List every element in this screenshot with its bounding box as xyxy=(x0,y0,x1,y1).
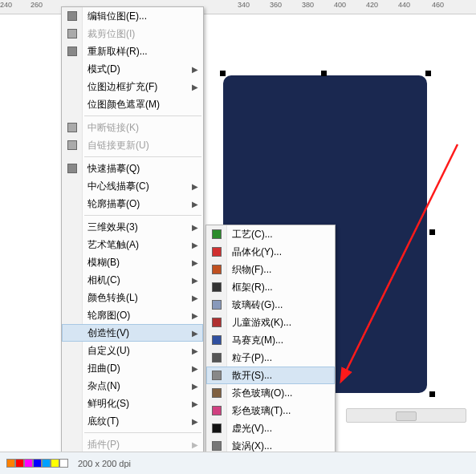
color-swatch[interactable] xyxy=(15,459,24,468)
menu-item-resample[interactable]: 重新取样(R)... xyxy=(62,43,203,60)
menu-item-label: 编辑位图(E)... xyxy=(87,10,147,23)
stained-icon xyxy=(210,404,223,417)
menu-item-label: 扭曲(D) xyxy=(87,362,120,375)
menu-item-stained[interactable]: 彩色玻璃(T)... xyxy=(206,402,335,419)
menu-item-smoke-glass[interactable]: 茶色玻璃(O)... xyxy=(206,384,335,402)
menu-item-位图边框扩充(F)[interactable]: 位图边框扩充(F)▶ xyxy=(62,78,203,95)
submenu-arrow-icon: ▶ xyxy=(192,382,198,391)
selection-handle[interactable] xyxy=(220,71,226,76)
menu-item-crystal[interactable]: 晶体化(Y)... xyxy=(206,243,335,261)
smoke-glass-icon xyxy=(210,387,223,399)
menu-item-glass-block[interactable]: 玻璃砖(G)... xyxy=(206,296,335,314)
scatter-icon xyxy=(210,369,223,382)
menu-item-插件(P): 插件(P)▶ xyxy=(62,436,203,453)
menu-item-相机(C)[interactable]: 相机(C)▶ xyxy=(62,271,203,289)
menu-item-label: 中断链接(K) xyxy=(87,121,139,135)
color-palette[interactable] xyxy=(6,459,68,468)
menu-item-label: 艺术笔触(A) xyxy=(87,238,139,252)
menu-item-创造性(V)[interactable]: 创造性(V)▶ xyxy=(62,324,203,342)
menu-item-label: 创造性(V) xyxy=(87,326,129,340)
menu-item-quick-trace[interactable]: 快速描摹(Q) xyxy=(62,160,203,177)
menu-item-label: 鲜明化(S) xyxy=(87,397,129,411)
menu-item-自定义(U)[interactable]: 自定义(U)▶ xyxy=(62,342,203,359)
submenu-arrow-icon: ▶ xyxy=(192,223,198,232)
menu-item-update-link: 自链接更新(U) xyxy=(62,136,203,154)
ruler-mark: 460 xyxy=(432,1,444,9)
vortex-icon xyxy=(210,440,223,452)
selection-handle[interactable] xyxy=(321,71,327,76)
menu-item-kids[interactable]: 儿童游戏(K)... xyxy=(206,314,335,331)
menu-item-label: 工艺(C)... xyxy=(232,228,273,241)
menu-item-craft[interactable]: 工艺(C)... xyxy=(206,225,335,243)
menu-separator xyxy=(84,215,201,216)
menu-item-vignette[interactable]: 虚光(V)... xyxy=(206,419,335,437)
color-swatch[interactable] xyxy=(51,459,59,468)
menu-item-鲜明化(S)[interactable]: 鲜明化(S)▶ xyxy=(62,395,203,412)
menu-item-三维效果(3)[interactable]: 三维效果(3)▶ xyxy=(62,218,203,236)
menu-separator xyxy=(84,156,201,157)
horizontal-scrollbar[interactable] xyxy=(346,408,466,423)
menu-item-艺术笔触(A)[interactable]: 艺术笔触(A)▶ xyxy=(62,236,203,253)
menu-item-label: 框架(R)... xyxy=(232,281,273,294)
menu-item-crop-bitmap: 裁剪位图(I) xyxy=(62,25,203,43)
menu-item-scatter[interactable]: 散开(S)... xyxy=(206,367,335,384)
submenu-arrow-icon: ▶ xyxy=(192,182,198,191)
ruler-mark: 260 xyxy=(31,1,43,9)
menu-item-break-link: 中断链接(K) xyxy=(62,119,203,136)
ruler-mark: 400 xyxy=(334,1,346,9)
menu-separator xyxy=(84,432,201,433)
menu-item-label: 织物(F)... xyxy=(232,263,271,277)
ruler-mark: 440 xyxy=(398,1,410,9)
update-link-icon xyxy=(66,139,79,152)
creative-submenu: 工艺(C)...晶体化(Y)...织物(F)...框架(R)...玻璃砖(G).… xyxy=(205,225,336,473)
menu-item-label: 位图颜色遮罩(M) xyxy=(87,98,160,111)
menu-item-颜色转换(L)[interactable]: 颜色转换(L)▶ xyxy=(62,289,203,306)
menu-item-label: 快速描摹(Q) xyxy=(87,162,140,176)
ruler-mark: 420 xyxy=(366,1,378,9)
vignette-icon xyxy=(210,422,223,435)
menu-item-mosaic[interactable]: 马赛克(M)... xyxy=(206,331,335,349)
menu-item-fabric[interactable]: 织物(F)... xyxy=(206,261,335,278)
submenu-arrow-icon: ▶ xyxy=(192,65,198,74)
menu-item-label: 马赛克(M)... xyxy=(232,334,283,347)
menu-item-label: 插件(P) xyxy=(87,438,120,452)
menu-item-edit-bitmap[interactable]: 编辑位图(E)... xyxy=(62,7,203,25)
menu-item-位图颜色遮罩(M)[interactable]: 位图颜色遮罩(M) xyxy=(62,95,203,113)
color-swatch[interactable] xyxy=(33,459,42,468)
menu-item-label: 杂点(N) xyxy=(87,379,120,393)
glass-block-icon xyxy=(210,298,223,311)
menu-item-label: 模糊(B) xyxy=(87,256,120,269)
submenu-arrow-icon: ▶ xyxy=(192,83,198,91)
menu-item-label: 轮廓图(O) xyxy=(87,309,130,322)
color-swatch[interactable] xyxy=(42,459,51,468)
menu-item-模糊(B)[interactable]: 模糊(B)▶ xyxy=(62,253,203,271)
ruler-mark: 240 xyxy=(0,1,12,9)
menu-item-particle[interactable]: 粒子(P)... xyxy=(206,349,335,367)
menu-item-label: 底纹(T) xyxy=(87,415,119,428)
menu-item-中心线描摹(C)[interactable]: 中心线描摹(C)▶ xyxy=(62,177,203,195)
ruler-mark: 340 xyxy=(238,1,250,9)
selection-handle[interactable] xyxy=(429,229,435,235)
color-swatch[interactable] xyxy=(59,459,68,468)
color-swatch[interactable] xyxy=(24,459,33,468)
menu-item-轮廓图(O)[interactable]: 轮廓图(O)▶ xyxy=(62,306,203,324)
submenu-arrow-icon: ▶ xyxy=(192,294,198,302)
selection-handle[interactable] xyxy=(425,71,431,76)
menu-item-底纹(T)[interactable]: 底纹(T)▶ xyxy=(62,412,203,430)
status-dpi: 200 x 200 dpi xyxy=(78,459,131,468)
color-swatch[interactable] xyxy=(6,459,15,468)
crop-bitmap-icon xyxy=(66,27,79,40)
submenu-arrow-icon: ▶ xyxy=(192,417,198,426)
submenu-arrow-icon: ▶ xyxy=(192,346,198,355)
menu-item-label: 玻璃砖(G)... xyxy=(232,298,283,312)
menu-item-杂点(N)[interactable]: 杂点(N)▶ xyxy=(62,377,203,395)
submenu-arrow-icon: ▶ xyxy=(192,276,198,285)
menu-item-模式(D)[interactable]: 模式(D)▶ xyxy=(62,60,203,78)
menu-item-label: 虚光(V)... xyxy=(232,422,272,436)
menu-item-label: 自链接更新(U) xyxy=(87,139,149,152)
selection-handle[interactable] xyxy=(429,391,435,397)
menu-item-扭曲(D)[interactable]: 扭曲(D)▶ xyxy=(62,359,203,377)
menu-separator xyxy=(84,115,201,116)
menu-item-frame[interactable]: 框架(R)... xyxy=(206,278,335,296)
menu-item-轮廓描摹(O)[interactable]: 轮廓描摹(O)▶ xyxy=(62,195,203,213)
